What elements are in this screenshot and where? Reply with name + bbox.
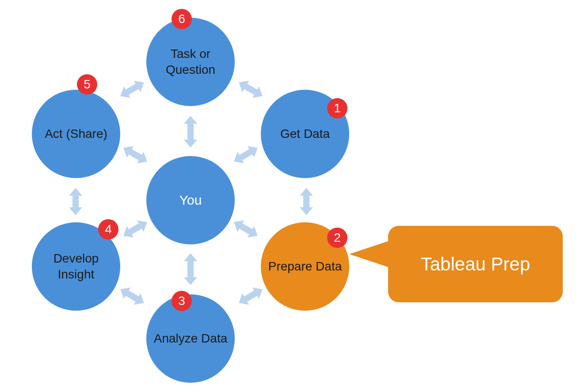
bidir-arrow-icon xyxy=(231,217,261,242)
bidir-arrow-icon xyxy=(117,77,148,102)
node-label: Prepare Data xyxy=(264,254,347,279)
bidir-arrow-icon xyxy=(300,188,313,215)
node-act-share: Act (Share) xyxy=(32,90,120,178)
badge-number: 2 xyxy=(334,231,341,245)
node-label: Task or Question xyxy=(146,42,235,83)
step-badge: 6 xyxy=(172,9,192,29)
bidir-arrow-icon xyxy=(236,284,266,309)
step-badge: 1 xyxy=(327,98,347,118)
badge-number: 1 xyxy=(334,101,341,115)
bidir-arrow-icon xyxy=(236,77,266,102)
badge-number: 3 xyxy=(178,294,185,308)
bidir-arrow-icon xyxy=(120,142,151,167)
badge-number: 6 xyxy=(178,12,185,26)
bidir-arrow-icon xyxy=(184,253,197,285)
node-label: Develop Insight xyxy=(32,246,120,287)
bidir-arrow-icon xyxy=(184,116,197,148)
node-label: Act (Share) xyxy=(40,122,112,146)
node-label: You xyxy=(179,193,202,208)
callout-label: Tableau Prep xyxy=(421,254,530,275)
node-analyze-data: Analyze Data xyxy=(146,294,235,383)
bidir-arrow-icon xyxy=(231,142,261,167)
node-label: Analyze Data xyxy=(149,326,232,351)
step-badge: 2 xyxy=(327,228,347,248)
node-task-question: Task or Question xyxy=(146,18,235,106)
callout-tableau-prep: Tableau Prep xyxy=(388,226,563,302)
step-badge: 5 xyxy=(77,74,97,95)
bidir-arrow-icon xyxy=(69,188,82,215)
node-center-you: You xyxy=(146,156,235,244)
bidir-arrow-icon xyxy=(120,217,151,242)
callout-pointer-icon xyxy=(349,241,389,267)
badge-number: 5 xyxy=(84,77,91,91)
step-badge: 4 xyxy=(98,219,118,240)
step-badge: 3 xyxy=(172,291,192,311)
badge-number: 4 xyxy=(105,222,112,236)
bidir-arrow-icon xyxy=(117,284,148,309)
node-label: Get Data xyxy=(276,122,334,146)
